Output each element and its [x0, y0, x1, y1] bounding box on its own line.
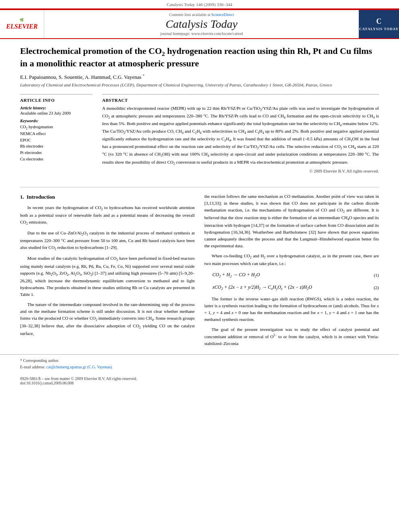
page-bottom: 0920-5861/$ – see front matter © 2009 El…	[0, 375, 399, 387]
available-online: Available online 23 July 2009	[20, 111, 93, 115]
para-2: Due to the use of Cu–ZnO/Al2O3 catalysts…	[20, 230, 195, 252]
para-1: In recent years the hydrogenation of CO2…	[20, 204, 195, 226]
keyword-nemca: NEMCA effect	[20, 131, 93, 137]
article-info-box: ARTICLE INFO Article history: Available …	[20, 94, 93, 173]
keyword-epoc: EPOC	[20, 137, 93, 144]
keyword-cu: Cu electrodes	[20, 156, 93, 162]
issn-line: 0920-5861/$ – see front matter © 2009 El…	[20, 376, 137, 385]
authors-line: E.I. Papaioannou, S. Souentie, A. Hammad…	[20, 74, 379, 80]
affiliation: Laboratory of Chemical and Electrochemic…	[20, 82, 379, 88]
equation-2-number: (2)	[374, 284, 379, 291]
corresponding-author-note: * Corresponding author.	[20, 358, 379, 364]
article-info-title: ARTICLE INFO	[20, 98, 93, 103]
sciencedirect-line: Contents lists available at ScienceDirec…	[169, 12, 234, 17]
para-3: Most studies of the catalytic hydrogenat…	[20, 255, 195, 298]
journal-name: Catalysis Today	[166, 18, 238, 31]
sciencedirect-link[interactable]: ScienceDirect	[211, 12, 234, 17]
section1-heading: 1. Introduction	[20, 193, 195, 201]
body-col-right: the reaction follows the same mechanism …	[204, 193, 379, 351]
article-content: Electrochemical promotion of the CO2 hyd…	[0, 39, 399, 187]
abstract-title: ABSTRACT	[102, 98, 379, 103]
elsevier-label: ELSEVIER	[6, 23, 37, 30]
email-link[interactable]: cat@chemeng.upatras.gr (C.G. Vayenas).	[46, 365, 113, 369]
catalysis-logo-box: C CATALYSIS TODAY	[359, 10, 399, 38]
article-title: Electrochemical promotion of the CO2 hyd…	[20, 45, 379, 70]
elsevier-logo: 🌿 ELSEVIER	[0, 10, 44, 38]
abstract-box: ABSTRACT A monolithic electropromoted re…	[102, 94, 379, 173]
catalysis-logo-text: C CATALYSIS TODAY	[359, 16, 399, 32]
email-note: E-mail address: cat@chemeng.upatras.gr (…	[20, 364, 379, 370]
para-r3: The former is the reverse water–gas shif…	[204, 296, 379, 323]
equation-1-line: CO2 + H2 → CO + H2O (1)	[204, 271, 379, 279]
keyword-pt: Pt electrodes	[20, 150, 93, 156]
copyright-line: © 2009 Elsevier B.V. All rights reserved…	[102, 169, 379, 173]
info-abstract-row: ARTICLE INFO Article history: Available …	[20, 94, 379, 173]
footnote-area: * Corresponding author. E-mail address: …	[0, 354, 399, 373]
abstract-text: A monolithic electropromoted reactor (ME…	[102, 105, 379, 166]
equation-2-formula: xCO2 + (2x − z + y/2)H2 → CxHyOz + (2x −…	[204, 283, 374, 292]
journal-center-info: Contents lists available at ScienceDirec…	[44, 10, 359, 38]
journal-citation-bar: Catalysis Today 146 (2009) 336–344	[0, 0, 399, 8]
keyword-co2: CO2 hydrogenation	[20, 124, 93, 131]
equation-2-line: xCO2 + (2x − z + y/2)H2 → CxHyOz + (2x −…	[204, 283, 379, 292]
para-4: The nature of the intermediate compound …	[20, 301, 195, 337]
journal-homepage: journal homepage: www.elsevier.com/locat…	[160, 31, 243, 36]
para-r2: When co-feeding CO2 and H2 over a hydrog…	[204, 253, 379, 267]
keywords-title: Keywords:	[20, 119, 93, 123]
keyword-rh: Rh electrodes	[20, 143, 93, 150]
para-r4: The goal of the present investigation wa…	[204, 326, 379, 347]
body-col-left: 1. Introduction In recent years the hydr…	[20, 193, 195, 351]
para-r1: the reaction follows the same mechanism …	[204, 193, 379, 250]
body-columns: 1. Introduction In recent years the hydr…	[0, 187, 399, 351]
equation-1-formula: CO2 + H2 → CO + H2O	[204, 271, 374, 279]
equation-1-number: (1)	[374, 272, 379, 279]
journal-header: 🌿 ELSEVIER Contents lists available at S…	[0, 10, 399, 39]
history-label: Article history:	[20, 106, 93, 110]
journal-citation: Catalysis Today 146 (2009) 336–344	[167, 2, 232, 7]
keywords-list: CO2 hydrogenation NEMCA effect EPOC Rh e…	[20, 124, 93, 162]
